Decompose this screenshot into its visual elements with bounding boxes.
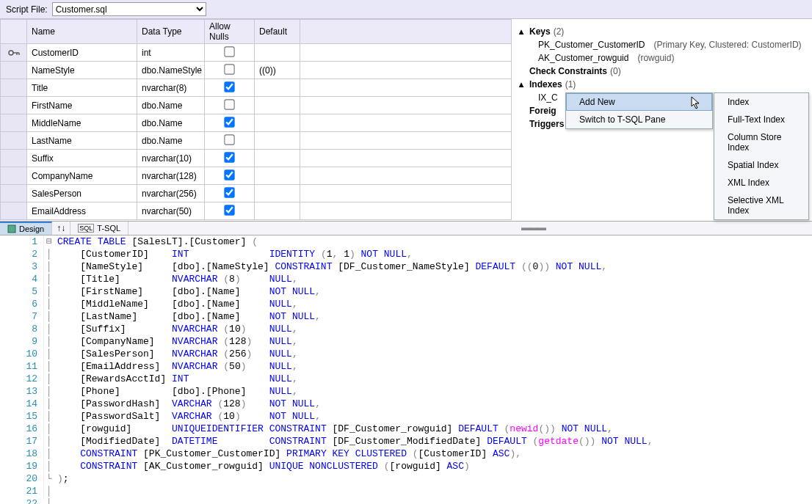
table-row[interactable]: Titlenvarchar(8) — [1, 79, 512, 97]
menu-add-new[interactable]: Add New ▸ — [566, 93, 712, 111]
cell-default[interactable]: ((0)) — [255, 62, 300, 79]
allow-nulls-checkbox[interactable] — [224, 134, 234, 145]
cell-name[interactable]: LastName — [27, 132, 137, 150]
script-file-bar: Script File: Customer.sql — [0, 0, 812, 19]
key-item[interactable]: PK_Customer_CustomerID(Primary Key, Clus… — [519, 38, 808, 51]
table-row[interactable]: EmailAddressnvarchar(50) — [1, 202, 512, 220]
allow-nulls-checkbox[interactable] — [224, 81, 234, 92]
tab-tsql[interactable]: SQL T-SQL — [70, 222, 128, 235]
indexes-header[interactable]: ▴ Indexes(1) — [519, 78, 808, 91]
menu-item[interactable]: Index — [714, 93, 808, 111]
allow-nulls-checkbox[interactable] — [224, 169, 234, 180]
menu-item[interactable]: Column Store Index — [714, 128, 808, 156]
cell-type[interactable]: nvarchar(8) — [137, 79, 205, 97]
cell-default[interactable] — [255, 202, 300, 220]
menu-item[interactable]: Spatial Index — [714, 156, 808, 174]
table-row[interactable]: LastNamedbo.Name — [1, 132, 512, 150]
cell-allow-nulls[interactable] — [205, 185, 255, 202]
check-constraints-header[interactable]: Check Constraints(0) — [519, 65, 808, 78]
expand-icon: ▴ — [519, 79, 526, 90]
cell-allow-nulls[interactable] — [205, 114, 255, 132]
sql-icon: SQL — [78, 224, 94, 233]
pk-indicator — [1, 44, 27, 62]
chevron-right-icon: ▸ — [695, 97, 699, 107]
tab-design[interactable]: Design — [0, 222, 52, 235]
arrow-down-icon: ↓ — [61, 223, 65, 233]
allow-nulls-checkbox[interactable] — [224, 117, 234, 127]
cell-name[interactable]: CustomerID — [27, 44, 137, 62]
cell-type[interactable]: nvarchar(50) — [137, 202, 205, 220]
cell-type[interactable]: dbo.NameStyle — [137, 62, 205, 79]
menu-item[interactable]: Selective XML Index — [714, 191, 808, 219]
cell-name[interactable]: CompanyName — [27, 167, 137, 185]
allow-nulls-checkbox[interactable] — [224, 99, 234, 109]
cell-name[interactable]: Title — [27, 79, 137, 97]
cell-type[interactable]: dbo.Name — [137, 114, 205, 132]
cell-allow-nulls[interactable] — [205, 62, 255, 79]
col-header-name[interactable]: Name — [27, 20, 137, 44]
script-file-select[interactable]: Customer.sql — [52, 2, 206, 16]
menu-item[interactable]: Full-Text Index — [714, 111, 808, 128]
cell-default[interactable] — [255, 44, 300, 62]
cell-name[interactable]: SalesPerson — [27, 185, 137, 202]
cell-allow-nulls[interactable] — [205, 79, 255, 97]
allow-nulls-checkbox[interactable] — [224, 205, 234, 215]
tab-reorder[interactable]: ↑↓ — [52, 222, 70, 235]
table-row[interactable]: FirstNamedbo.Name — [1, 97, 512, 114]
tsql-editor[interactable]: 1 2 3 4 5 6 7 8 9 10 11 12 13 14 15 16 1… — [0, 235, 812, 500]
pk-indicator — [1, 132, 27, 150]
cell-type[interactable]: dbo.Name — [137, 132, 205, 150]
cell-default[interactable] — [255, 132, 300, 150]
svg-rect-4 — [8, 225, 15, 233]
cell-name[interactable]: Suffix — [27, 150, 137, 167]
splitter-handle[interactable]: ▬▬▬ — [521, 222, 543, 226]
cell-type[interactable]: nvarchar(256) — [137, 185, 205, 202]
context-submenu: IndexFull-Text IndexColumn Store IndexSp… — [714, 92, 809, 220]
allow-nulls-checkbox[interactable] — [224, 152, 234, 162]
table-row[interactable]: MiddleNamedbo.Name — [1, 114, 512, 132]
cell-allow-nulls[interactable] — [205, 167, 255, 185]
cell-type[interactable]: int — [137, 44, 205, 62]
menu-item[interactable]: XML Index — [714, 174, 808, 191]
cell-default[interactable] — [255, 97, 300, 114]
allow-nulls-checkbox[interactable] — [224, 64, 234, 74]
table-row[interactable]: CustomerIDint — [1, 44, 512, 62]
cell-type[interactable]: dbo.Name — [137, 97, 205, 114]
allow-nulls-checkbox[interactable] — [224, 46, 234, 56]
table-row[interactable]: Suffixnvarchar(10) — [1, 150, 512, 167]
script-file-label: Script File: — [6, 4, 48, 15]
table-row[interactable]: CompanyNamenvarchar(128) — [1, 167, 512, 185]
cell-type[interactable]: nvarchar(128) — [137, 167, 205, 185]
cell-allow-nulls[interactable] — [205, 202, 255, 220]
cell-name[interactable]: NameStyle — [27, 62, 137, 79]
cell-default[interactable] — [255, 79, 300, 97]
table-row[interactable]: NameStyledbo.NameStyle((0)) — [1, 62, 512, 79]
cell-allow-nulls[interactable] — [205, 44, 255, 62]
key-item[interactable]: AK_Customer_rowguid(rowguid) — [519, 51, 808, 65]
col-header-default[interactable]: Default — [255, 20, 300, 44]
designer-tabs: Design ↑↓ SQL T-SQL — [0, 221, 812, 235]
cell-name[interactable]: MiddleName — [27, 114, 137, 132]
cell-allow-nulls[interactable] — [205, 132, 255, 150]
cell-name[interactable]: FirstName — [27, 97, 137, 114]
pk-indicator — [1, 185, 27, 202]
cell-default[interactable] — [255, 167, 300, 185]
svg-point-0 — [9, 51, 13, 55]
col-header-nulls[interactable]: Allow Nulls — [205, 20, 255, 44]
pk-indicator — [1, 114, 27, 132]
cell-allow-nulls[interactable] — [205, 97, 255, 114]
cell-allow-nulls[interactable] — [205, 150, 255, 167]
pk-indicator — [1, 79, 27, 97]
cell-name[interactable]: EmailAddress — [27, 202, 137, 220]
menu-switch-tsql[interactable]: Switch to T-SQL Pane — [566, 111, 712, 128]
col-header-type[interactable]: Data Type — [137, 20, 205, 44]
context-menu: Add New ▸ Switch to T-SQL Pane — [565, 92, 713, 129]
table-row[interactable]: SalesPersonnvarchar(256) — [1, 185, 512, 202]
keys-header[interactable]: ▴ Keys (2) — [519, 25, 808, 38]
cell-default[interactable] — [255, 185, 300, 202]
cell-default[interactable] — [255, 150, 300, 167]
pk-indicator — [1, 202, 27, 220]
cell-default[interactable] — [255, 114, 300, 132]
allow-nulls-checkbox[interactable] — [224, 187, 234, 197]
cell-type[interactable]: nvarchar(10) — [137, 150, 205, 167]
